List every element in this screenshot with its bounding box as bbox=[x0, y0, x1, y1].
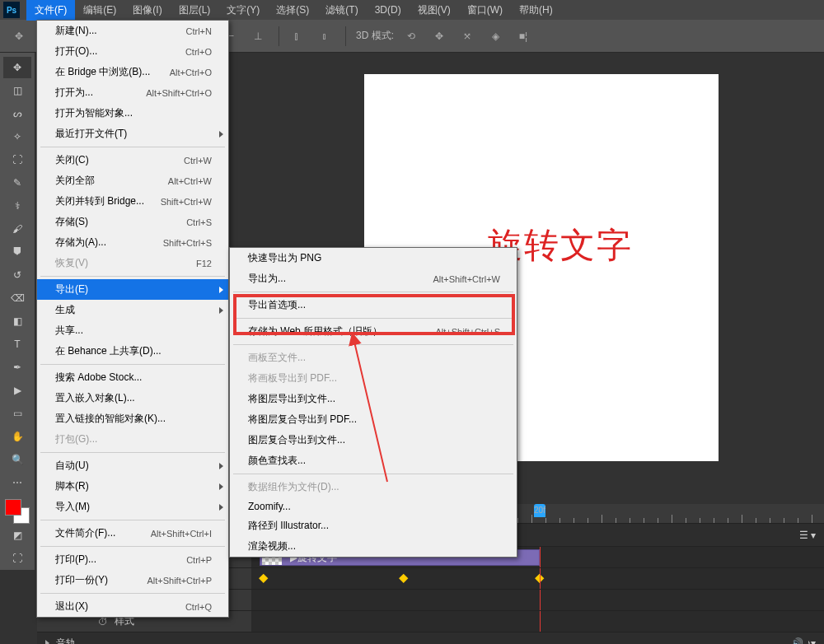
eyedropper-tool[interactable]: ✎ bbox=[3, 172, 31, 194]
menu-item[interactable]: 打开为智能对象... bbox=[37, 103, 228, 124]
menu-item[interactable]: 图层复合导出到文件... bbox=[230, 430, 517, 450]
menu-item[interactable]: 存储为 Web 所用格式（旧版）...Alt+Shift+Ctrl+S bbox=[230, 321, 517, 342]
chevron-right-icon[interactable] bbox=[45, 640, 49, 644]
menu-item[interactable]: 在 Bridge 中浏览(B)...Alt+Ctrl+O bbox=[37, 62, 228, 82]
menu-item[interactable]: 新建(N)...Ctrl+N bbox=[37, 21, 228, 41]
layer-options-icon[interactable]: ☰ ▾ bbox=[799, 530, 816, 541]
menu-item[interactable]: 退出(X)Ctrl+Q bbox=[37, 596, 228, 617]
keyframe[interactable] bbox=[399, 574, 408, 583]
menu-item[interactable]: 颜色查找表... bbox=[230, 450, 517, 471]
menu-window[interactable]: 窗口(W) bbox=[459, 0, 511, 21]
color-swatches[interactable] bbox=[5, 499, 30, 524]
menu-item[interactable]: 存储(S)Ctrl+S bbox=[37, 212, 228, 232]
menu-item[interactable]: 将图层复合导出到 PDF... bbox=[230, 409, 517, 430]
menu-item-shortcut: Ctrl+O bbox=[185, 47, 212, 57]
3d-walk-icon[interactable]: ◈ bbox=[483, 24, 508, 49]
edit-toolbar[interactable]: ⋯ bbox=[3, 472, 31, 493]
menu-item[interactable]: 最近打开文件(T) bbox=[37, 124, 228, 144]
menu-item[interactable]: 文件简介(F)...Alt+Shift+Ctrl+I bbox=[37, 523, 228, 544]
gradient-tool[interactable]: ◧ bbox=[3, 310, 31, 332]
menu-item[interactable]: Zoomify... bbox=[230, 497, 517, 516]
menu-file[interactable]: 文件(F) bbox=[26, 0, 75, 21]
menu-item[interactable]: 导出(E) bbox=[37, 279, 228, 300]
move-tool-icon[interactable]: ✥ bbox=[7, 24, 31, 49]
menu-item-shortcut: Alt+Ctrl+W bbox=[168, 176, 212, 186]
menu-item[interactable]: 生成 bbox=[37, 300, 228, 320]
menu-item-shortcut: Ctrl+N bbox=[186, 26, 212, 36]
move-tool[interactable]: ✥ bbox=[3, 57, 31, 78]
menu-item[interactable]: 路径到 Illustrator... bbox=[230, 516, 517, 536]
speaker-icon[interactable]: 🔊 ♪▾ bbox=[791, 637, 816, 644]
3d-camera-icon[interactable]: ■¦ bbox=[511, 24, 536, 49]
menu-item[interactable]: 关闭全部Alt+Ctrl+W bbox=[37, 170, 228, 191]
menu-image[interactable]: 图像(I) bbox=[124, 0, 170, 21]
quick-mask-tool[interactable]: ◩ bbox=[3, 525, 31, 546]
menu-item-shortcut: Shift+Ctrl+S bbox=[163, 238, 212, 248]
menu-item[interactable]: 关闭(C)Ctrl+W bbox=[37, 150, 228, 170]
crop-tool[interactable]: ⛶ bbox=[3, 149, 31, 170]
menu-item-shortcut: Alt+Shift+Ctrl+O bbox=[146, 88, 212, 98]
menu-item-label: 脚本(R) bbox=[55, 479, 212, 493]
menu-item[interactable]: 搜索 Adobe Stock... bbox=[37, 367, 228, 388]
menu-item[interactable]: 置入链接的智能对象(K)... bbox=[37, 408, 228, 429]
menu-item[interactable]: 导出为...Alt+Shift+Ctrl+W bbox=[230, 268, 517, 289]
keyframe[interactable] bbox=[259, 574, 268, 583]
menu-item[interactable]: 打开(O)...Ctrl+O bbox=[37, 41, 228, 62]
menu-item[interactable]: 快速导出为 PNG bbox=[230, 248, 517, 268]
3d-pan-icon[interactable]: ✥ bbox=[427, 24, 452, 49]
menu-item[interactable]: 渲染视频... bbox=[230, 536, 517, 557]
menu-item-label: 路径到 Illustrator... bbox=[248, 519, 500, 533]
shape-tool[interactable]: ▭ bbox=[3, 403, 31, 424]
marquee-tool[interactable]: ◫ bbox=[3, 80, 31, 101]
type-tool[interactable]: T bbox=[3, 334, 31, 355]
menu-item-label: 打印一份(Y) bbox=[55, 573, 147, 587]
menu-help[interactable]: 帮助(H) bbox=[511, 0, 561, 21]
menu-item-label: 将图层导出到文件... bbox=[248, 392, 500, 406]
menu-item[interactable]: 置入嵌入对象(L)... bbox=[37, 388, 228, 408]
menu-item-label: 退出(X) bbox=[55, 600, 185, 614]
menu-type[interactable]: 文字(Y) bbox=[218, 0, 268, 21]
distribute-h-icon[interactable]: ⫿ bbox=[284, 24, 309, 49]
menu-select[interactable]: 选择(S) bbox=[268, 0, 317, 21]
menu-item-shortcut: Ctrl+W bbox=[184, 156, 212, 166]
menu-3d[interactable]: 3D(D) bbox=[367, 1, 410, 19]
menu-item[interactable]: 脚本(R) bbox=[37, 476, 228, 497]
menu-filter[interactable]: 滤镜(T) bbox=[317, 0, 366, 21]
menu-view[interactable]: 视图(V) bbox=[410, 0, 459, 21]
stamp-tool[interactable]: ⛊ bbox=[3, 241, 31, 263]
keyframe-track[interactable] bbox=[251, 568, 824, 589]
brush-tool[interactable]: 🖌 bbox=[3, 218, 31, 240]
align-bottom-icon[interactable]: ⊥ bbox=[246, 24, 270, 49]
menu-item[interactable]: 共享... bbox=[37, 320, 228, 341]
3d-dolly-icon[interactable]: ⤧ bbox=[455, 24, 480, 49]
menu-item[interactable]: 关闭并转到 Bridge...Shift+Ctrl+W bbox=[37, 191, 228, 212]
eraser-tool[interactable]: ⌫ bbox=[3, 287, 31, 309]
healing-tool[interactable]: ⚕ bbox=[3, 195, 31, 217]
menu-item[interactable]: 打印(P)...Ctrl+P bbox=[37, 549, 228, 570]
history-brush-tool[interactable]: ↺ bbox=[3, 264, 31, 286]
menu-item[interactable]: 导入(M) bbox=[37, 497, 228, 517]
submenu-arrow-icon bbox=[219, 287, 223, 293]
menu-item[interactable]: 在 Behance 上共享(D)... bbox=[37, 341, 228, 362]
screen-mode-tool[interactable]: ⛶ bbox=[3, 548, 31, 569]
path-select-tool[interactable]: ▶ bbox=[3, 380, 31, 401]
foreground-color[interactable] bbox=[5, 499, 21, 516]
menu-layer[interactable]: 图层(L) bbox=[171, 0, 219, 21]
menu-item[interactable]: 自动(U) bbox=[37, 455, 228, 476]
3d-orbit-icon[interactable]: ⟲ bbox=[399, 24, 424, 49]
menu-item[interactable]: 导出首选项... bbox=[230, 295, 517, 315]
distribute-v-icon[interactable]: ⫾ bbox=[312, 24, 337, 49]
menu-item[interactable]: 将图层导出到文件... bbox=[230, 389, 517, 409]
menu-edit[interactable]: 编辑(E) bbox=[75, 0, 124, 21]
magic-wand-tool[interactable]: ✧ bbox=[3, 126, 31, 147]
pen-tool[interactable]: ✒ bbox=[3, 357, 31, 378]
zoom-tool[interactable]: 🔍 bbox=[3, 449, 31, 470]
menu-item[interactable]: 存储为(A)...Shift+Ctrl+S bbox=[37, 232, 228, 253]
audio-track[interactable]: 音轨 🔊 ♪▾ bbox=[37, 632, 824, 644]
lasso-tool[interactable]: ᔕ bbox=[3, 103, 31, 124]
menu-item[interactable]: 打开为...Alt+Shift+Ctrl+O bbox=[37, 82, 228, 103]
menu-item-label: 存储(S) bbox=[55, 215, 186, 229]
hand-tool[interactable]: ✋ bbox=[3, 426, 31, 447]
menu-item[interactable]: 打印一份(Y)Alt+Shift+Ctrl+P bbox=[37, 570, 228, 590]
menu-item-label: 最近打开文件(T) bbox=[55, 127, 212, 141]
